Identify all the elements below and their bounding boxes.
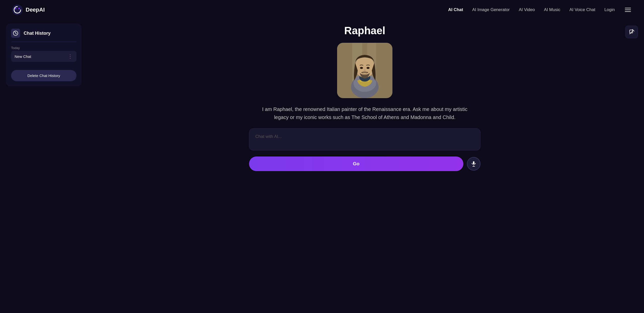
navbar: DeepAI AI Chat AI Image Generator AI Vid…	[0, 0, 644, 20]
brand-link[interactable]: DeepAI	[12, 5, 45, 15]
svg-point-12	[360, 67, 363, 69]
chat-item-name: New Chat	[15, 54, 31, 59]
chat-input[interactable]	[249, 128, 480, 150]
hamburger-menu-icon[interactable]	[624, 7, 632, 13]
history-icon	[11, 29, 20, 38]
today-label: Today	[11, 46, 76, 50]
nav-image-generator[interactable]: AI Image Generator	[472, 7, 510, 12]
main-layout: Chat History Today New Chat ⋮ Delete Cha…	[0, 20, 644, 313]
persona-name: Raphael	[344, 25, 385, 37]
nav-links: AI Chat AI Image Generator AI Video AI M…	[448, 7, 632, 13]
new-chat-button[interactable]	[625, 26, 638, 38]
nav-ai-chat[interactable]: AI Chat	[448, 7, 463, 12]
avatar-image	[337, 43, 392, 98]
go-button[interactable]: Go	[249, 156, 463, 171]
chat-item-menu-icon[interactable]: ⋮	[68, 54, 73, 59]
bottom-controls: Go	[249, 156, 480, 171]
svg-point-13	[367, 67, 370, 69]
persona-avatar	[337, 43, 392, 98]
sidebar: Chat History Today New Chat ⋮ Delete Cha…	[6, 24, 82, 86]
brand-logo	[12, 5, 23, 15]
sidebar-header: Chat History	[11, 29, 76, 42]
svg-rect-14	[473, 161, 474, 164]
sidebar-today-section: Today New Chat ⋮	[11, 46, 76, 62]
nav-ai-video[interactable]: AI Video	[519, 7, 535, 12]
intro-text: I am Raphael, the renowned Italian paint…	[257, 105, 473, 121]
chat-input-container	[249, 128, 480, 151]
svg-point-0	[12, 5, 23, 15]
delete-history-button[interactable]: Delete Chat History	[11, 70, 76, 81]
nav-ai-music[interactable]: AI Music	[544, 7, 560, 12]
microphone-button[interactable]	[467, 157, 480, 171]
nav-login[interactable]: Login	[604, 7, 615, 12]
svg-point-2	[18, 8, 20, 9]
content-area: Raphael	[86, 20, 644, 313]
chat-item[interactable]: New Chat ⋮	[11, 51, 76, 62]
nav-voice-chat[interactable]: AI Voice Chat	[569, 7, 595, 12]
brand-name: DeepAI	[26, 7, 45, 13]
svg-point-1	[15, 8, 16, 9]
sidebar-title: Chat History	[24, 31, 51, 36]
